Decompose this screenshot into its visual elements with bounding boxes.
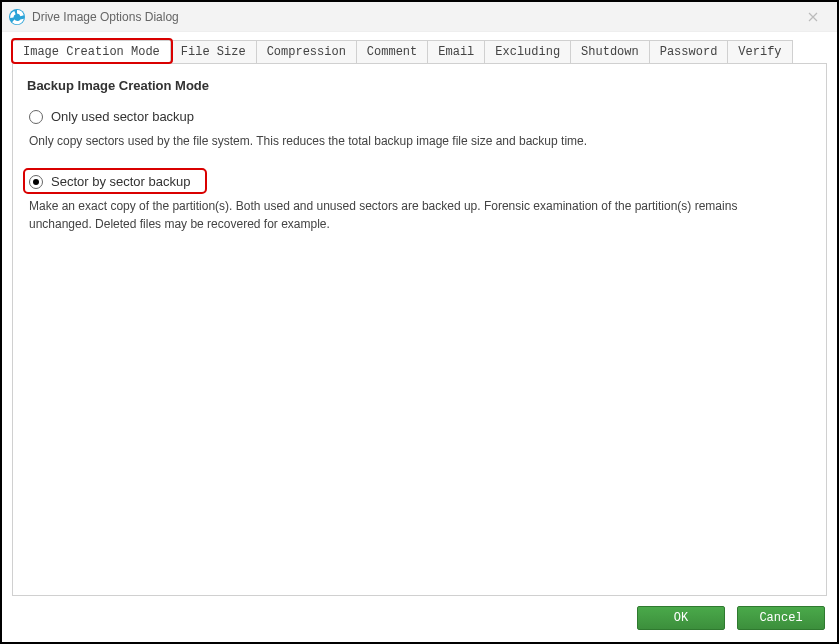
tab-compression[interactable]: Compression xyxy=(256,40,357,64)
tab-file-size[interactable]: File Size xyxy=(170,40,257,64)
radio-sector-by-sector[interactable]: Sector by sector backup xyxy=(27,172,812,191)
option-desc: Only copy sectors used by the file syste… xyxy=(27,132,797,150)
close-button[interactable] xyxy=(793,3,833,31)
app-icon xyxy=(8,8,26,26)
tab-image-creation-mode[interactable]: Image Creation Mode xyxy=(12,40,171,64)
tab-excluding[interactable]: Excluding xyxy=(484,40,571,64)
titlebar: Drive Image Options Dialog xyxy=(2,2,837,32)
tab-shutdown[interactable]: Shutdown xyxy=(570,40,650,64)
option-used-sector: Only used sector backup Only copy sector… xyxy=(27,107,812,150)
ok-button[interactable]: OK xyxy=(637,606,725,630)
radio-label: Only used sector backup xyxy=(51,109,194,124)
tabs-filler xyxy=(793,40,827,64)
radio-used-sector[interactable]: Only used sector backup xyxy=(27,107,812,126)
tab-password[interactable]: Password xyxy=(649,40,729,64)
radio-icon xyxy=(29,110,43,124)
window-title: Drive Image Options Dialog xyxy=(32,10,179,24)
tabs: Image Creation Mode File Size Compressio… xyxy=(12,40,827,64)
tab-verify[interactable]: Verify xyxy=(727,40,792,64)
dialog-footer: OK Cancel xyxy=(2,602,837,642)
tab-email[interactable]: Email xyxy=(427,40,485,64)
section-title: Backup Image Creation Mode xyxy=(27,78,812,93)
option-desc: Make an exact copy of the partition(s). … xyxy=(27,197,797,233)
option-sector-by-sector: Sector by sector backup Make an exact co… xyxy=(27,172,812,233)
cancel-button[interactable]: Cancel xyxy=(737,606,825,630)
tab-comment[interactable]: Comment xyxy=(356,40,428,64)
dialog-window: Drive Image Options Dialog Image Creatio… xyxy=(0,0,839,644)
close-icon xyxy=(808,12,818,22)
radio-icon xyxy=(29,175,43,189)
radio-label: Sector by sector backup xyxy=(51,174,190,189)
tab-panel: Backup Image Creation Mode Only used sec… xyxy=(12,64,827,596)
